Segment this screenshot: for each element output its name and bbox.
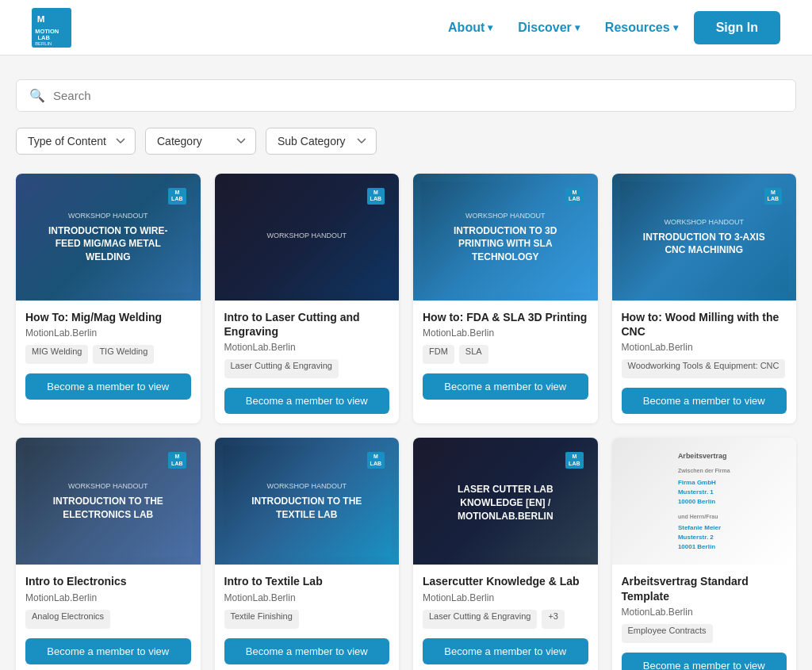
card-arbeitsvertrag: Arbeitsvertrag Zwischen der Firma Firma … bbox=[612, 438, 797, 670]
nav-about-label: About bbox=[448, 21, 485, 35]
sub-category-filter[interactable]: Sub Category bbox=[266, 128, 377, 155]
category-filter[interactable]: Category bbox=[145, 128, 256, 155]
card-title-arbeitsvertrag: Arbeitsvertrag Standard Template bbox=[622, 574, 787, 603]
card-body-wood-milling: How to: Wood Milling with the CNC Motion… bbox=[612, 301, 797, 423]
nav-discover-label: Discover bbox=[518, 21, 572, 35]
card-body-mig-mag: How To: Mig/Mag Welding MotionLab.Berlin… bbox=[16, 301, 201, 409]
card-tag: Employee Contracts bbox=[622, 624, 713, 643]
card-author-laser-cutting: MotionLab.Berlin bbox=[224, 342, 390, 353]
card-body-lasercutter: Lasercutter Knowledge & Lab MotionLab.Be… bbox=[413, 565, 598, 670]
become-member-button-lasercutter[interactable]: Become a member to view bbox=[423, 638, 588, 664]
card-electronics: MLAB Workshop handout INTRODUCTION TO TH… bbox=[16, 438, 201, 670]
card-tag: Woodworking Tools & Equipment: CNC bbox=[622, 359, 786, 378]
filters: Type of Content Category Sub Category bbox=[16, 128, 796, 155]
card-lasercutter: MLAB LASER CUTTER LABKnowledge [EN] / Mo… bbox=[413, 438, 598, 670]
card-image-mig-mag: MLAB Workshop handout INTRODUCTION TO WI… bbox=[16, 174, 201, 301]
card-body-electronics: Intro to Electronics MotionLab.Berlin An… bbox=[16, 565, 201, 670]
card-tags-mig-mag: MIG WeldingTIG Welding bbox=[25, 345, 191, 364]
card-tag: MIG Welding bbox=[25, 345, 88, 364]
card-tags-laser-cutting: Laser Cutting & Engraving bbox=[224, 359, 390, 378]
card-tags-lasercutter: Laser Cutting & Engraving+3 bbox=[423, 610, 588, 629]
search-bar: 🔍 bbox=[16, 79, 796, 112]
become-member-button-electronics[interactable]: Become a member to view bbox=[25, 638, 191, 664]
card-title-laser-cutting: Intro to Laser Cutting and Engraving bbox=[224, 310, 390, 339]
svg-text:LAB: LAB bbox=[38, 34, 51, 41]
card-body-laser-cutting: Intro to Laser Cutting and Engraving Mot… bbox=[215, 301, 400, 423]
card-image-electronics: MLAB Workshop handout INTRODUCTION TO TH… bbox=[16, 438, 201, 565]
card-body-fda-sla: How to: FDA & SLA 3D Printing MotionLab.… bbox=[413, 301, 598, 409]
card-image-laser-cutting: MLAB Workshop handout bbox=[215, 174, 400, 301]
card-image-wood-milling: MLAB Workshop handout Introduction to 3-… bbox=[612, 174, 797, 301]
card-author-electronics: MotionLab.Berlin bbox=[25, 592, 191, 603]
card-author-textile: MotionLab.Berlin bbox=[224, 592, 390, 603]
card-author-wood-milling: MotionLab.Berlin bbox=[622, 342, 787, 353]
search-input[interactable] bbox=[53, 89, 783, 102]
card-title-mig-mag: How To: Mig/Mag Welding bbox=[25, 310, 191, 324]
become-member-button-mig-mag[interactable]: Become a member to view bbox=[25, 373, 191, 400]
become-member-button-laser-cutting[interactable]: Become a member to view bbox=[224, 388, 390, 414]
cards-grid: MLAB Workshop handout INTRODUCTION TO WI… bbox=[16, 174, 796, 670]
card-title-wood-milling: How to: Wood Milling with the CNC bbox=[622, 310, 787, 339]
become-member-button-wood-milling[interactable]: Become a member to view bbox=[622, 388, 787, 414]
type-of-content-filter[interactable]: Type of Content bbox=[16, 128, 136, 155]
card-body-arbeitsvertrag: Arbeitsvertrag Standard Template MotionL… bbox=[612, 565, 797, 670]
nav-about[interactable]: About ▾ bbox=[439, 14, 502, 41]
card-author-fda-sla: MotionLab.Berlin bbox=[423, 327, 588, 339]
card-wood-milling: MLAB Workshop handout Introduction to 3-… bbox=[612, 174, 797, 423]
card-title-textile: Intro to Textile Lab bbox=[224, 574, 390, 588]
become-member-button-arbeitsvertrag[interactable]: Become a member to view bbox=[622, 653, 787, 670]
card-image-fda-sla: MLAB Workshop handout Introduction to 3D… bbox=[413, 174, 598, 301]
card-tags-textile: Textile Finishing bbox=[224, 610, 390, 629]
card-tag: Analog Electronics bbox=[25, 610, 110, 629]
card-title-fda-sla: How to: FDA & SLA 3D Printing bbox=[423, 310, 588, 324]
card-image-textile: MLAB Workshop handout INTRODUCTION TO TH… bbox=[215, 438, 400, 565]
card-tag: FDM bbox=[423, 345, 454, 364]
chevron-down-icon: ▾ bbox=[575, 22, 580, 33]
card-tags-fda-sla: FDMSLA bbox=[423, 345, 588, 364]
card-mig-mag: MLAB Workshop handout INTRODUCTION TO WI… bbox=[16, 174, 201, 423]
card-tags-arbeitsvertrag: Employee Contracts bbox=[622, 624, 787, 643]
sign-in-button[interactable]: Sign In bbox=[694, 11, 780, 44]
card-tags-wood-milling: Woodworking Tools & Equipment: CNC bbox=[622, 359, 787, 378]
card-tag-extra: +3 bbox=[542, 610, 565, 629]
nav-resources[interactable]: Resources ▾ bbox=[596, 14, 688, 41]
main-content: 🔍 Type of Content Category Sub Category … bbox=[0, 56, 812, 670]
card-textile: MLAB Workshop handout INTRODUCTION TO TH… bbox=[215, 438, 400, 670]
svg-text:M: M bbox=[37, 13, 45, 24]
search-icon: 🔍 bbox=[29, 88, 45, 103]
card-tag: Textile Finishing bbox=[224, 610, 299, 629]
nav-resources-label: Resources bbox=[605, 21, 670, 35]
card-tag: Laser Cutting & Engraving bbox=[224, 359, 339, 378]
chevron-down-icon: ▾ bbox=[488, 22, 492, 33]
card-tag: SLA bbox=[459, 345, 488, 364]
card-image-arbeitsvertrag: Arbeitsvertrag Zwischen der Firma Firma … bbox=[612, 438, 797, 565]
nav: About ▾ Discover ▾ Resources ▾ Sign In bbox=[439, 11, 780, 44]
card-title-electronics: Intro to Electronics bbox=[25, 574, 191, 588]
chevron-down-icon: ▾ bbox=[673, 22, 678, 33]
card-image-lasercutter: MLAB LASER CUTTER LABKnowledge [EN] / Mo… bbox=[413, 438, 598, 565]
header: M MOTION LAB BERLIN About ▾ Discover ▾ R… bbox=[0, 0, 812, 56]
card-laser-cutting: MLAB Workshop handout Intro to Laser Cut… bbox=[215, 174, 400, 423]
become-member-button-fda-sla[interactable]: Become a member to view bbox=[423, 373, 588, 400]
card-author-arbeitsvertrag: MotionLab.Berlin bbox=[622, 607, 787, 618]
card-tag: Laser Cutting & Engraving bbox=[423, 610, 537, 629]
card-author-lasercutter: MotionLab.Berlin bbox=[423, 592, 588, 603]
card-tag: TIG Welding bbox=[93, 345, 154, 364]
card-tags-electronics: Analog Electronics bbox=[25, 610, 191, 629]
become-member-button-textile[interactable]: Become a member to view bbox=[224, 638, 390, 664]
svg-text:BERLIN: BERLIN bbox=[35, 40, 52, 45]
nav-discover[interactable]: Discover ▾ bbox=[508, 14, 589, 41]
card-fda-sla: MLAB Workshop handout Introduction to 3D… bbox=[413, 174, 598, 423]
logo-icon: M MOTION LAB BERLIN bbox=[32, 8, 71, 48]
card-title-lasercutter: Lasercutter Knowledge & Lab bbox=[423, 574, 588, 588]
card-body-textile: Intro to Textile Lab MotionLab.Berlin Te… bbox=[215, 565, 400, 670]
card-author-mig-mag: MotionLab.Berlin bbox=[25, 327, 191, 339]
logo[interactable]: M MOTION LAB BERLIN bbox=[32, 8, 71, 48]
